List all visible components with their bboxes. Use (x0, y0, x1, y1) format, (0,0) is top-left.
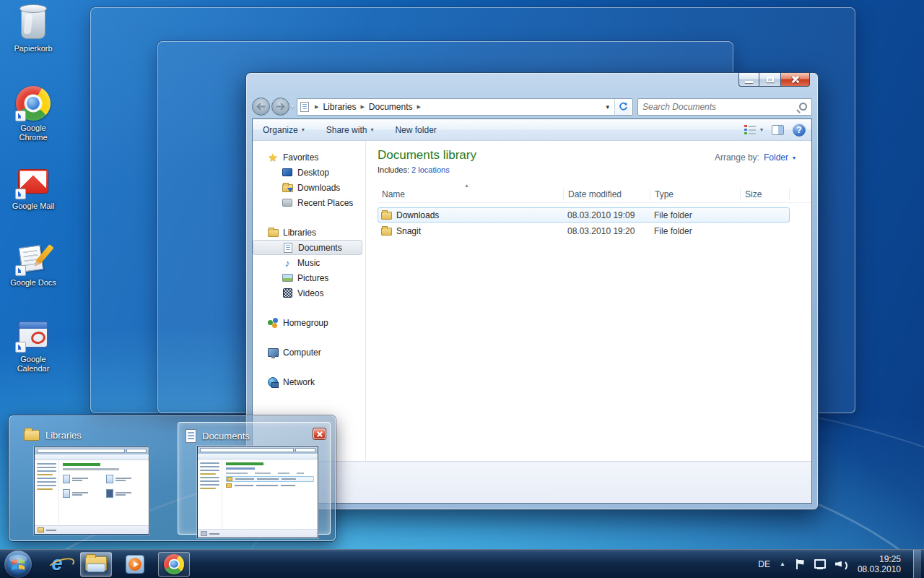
desktop-icon-label: Google Docs (10, 278, 56, 288)
taskbar-clock[interactable]: 19:25 08.03.2010 (858, 554, 901, 574)
desktop-icon-google-mail[interactable]: Google Mail (0, 163, 66, 211)
thumbnail-title: Libraries (45, 430, 82, 441)
views-icon (744, 125, 757, 135)
desktop-icon-label: Google Calendar (12, 355, 54, 374)
shortcut-arrow-icon (15, 342, 26, 353)
file-row-downloads[interactable]: Downloads 08.03.2010 19:09 File folder (378, 207, 790, 223)
desktop-icon (282, 168, 292, 176)
clock-date: 08.03.2010 (858, 564, 901, 574)
taskbar-thumbnail-panel: Libraries (9, 415, 336, 541)
homegroup-icon (268, 318, 279, 328)
column-type[interactable]: Type (650, 189, 741, 200)
chevron-down-icon: ▾ (370, 126, 373, 133)
computer-icon (268, 348, 279, 357)
sidebar-item-libraries[interactable]: Libraries (253, 225, 365, 240)
music-icon: ♪ (285, 257, 290, 269)
file-row-snagit[interactable]: Snagit 08.03.2010 19:20 File folder (378, 223, 790, 238)
network-status-icon[interactable] (814, 559, 826, 569)
thumbnail-libraries[interactable]: Libraries (17, 422, 165, 535)
thumbnail-documents[interactable]: Documents (178, 422, 331, 535)
shortcut-arrow-icon (15, 111, 26, 121)
desktop-icon-label: Google Chrome (13, 124, 53, 142)
taskbar-item-windows-explorer[interactable] (80, 552, 112, 577)
column-size[interactable]: Size (741, 189, 790, 200)
action-center-flag-icon[interactable] (795, 559, 805, 569)
share-with-menu[interactable]: Share with▾ (326, 125, 374, 135)
column-name[interactable]: Name ▲ (378, 189, 564, 200)
help-button[interactable]: ? (793, 124, 806, 137)
windows-explorer-icon (85, 556, 107, 572)
column-headers: Name ▲ Date modified Type Size (378, 186, 811, 203)
desktop-icon-recycle-bin[interactable]: Papierkorb (0, 6, 66, 53)
desktop-icon-google-chrome[interactable]: Google Chrome (0, 85, 66, 142)
back-button[interactable] (252, 98, 270, 116)
start-button[interactable] (4, 551, 32, 578)
taskbar-item-google-chrome[interactable] (158, 552, 190, 577)
sidebar-item-recent-places[interactable]: Recent Places (253, 195, 365, 210)
desktop-icon-google-calendar[interactable]: Google Calendar (0, 316, 66, 374)
window-titlebar[interactable] (246, 73, 818, 95)
taskbar-item-internet-explorer[interactable]: e (41, 552, 73, 577)
thumbnail-close-button[interactable] (313, 428, 326, 439)
sidebar-item-computer[interactable]: Computer (253, 345, 365, 360)
forward-button[interactable] (271, 98, 289, 116)
desktop-icon-label: Google Mail (12, 202, 55, 211)
sidebar-item-homegroup[interactable]: Homegroup (253, 315, 365, 330)
maximize-button[interactable] (759, 73, 780, 87)
show-desktop-button[interactable] (913, 550, 921, 578)
chevron-down-icon: ▾ (302, 126, 305, 133)
internet-explorer-icon: e (51, 553, 62, 575)
breadcrumb-documents[interactable]: Documents (369, 102, 413, 112)
address-bar[interactable]: ▶ Libraries ▶ Documents ▶ ▾ (297, 98, 633, 116)
sidebar-item-videos[interactable]: Videos (253, 285, 365, 301)
sidebar-item-network[interactable]: Network (253, 374, 365, 389)
tray-expand-icon[interactable]: ▲ (780, 561, 785, 567)
desktop: Papierkorb Google Chrome Google Mail Goo… (0, 0, 924, 578)
libraries-window-preview (34, 447, 149, 535)
desktop-icon-google-docs[interactable]: Google Docs (0, 240, 66, 288)
change-view-button[interactable]: ▾ (744, 125, 763, 135)
desktop-icon-label: Papierkorb (14, 44, 52, 53)
volume-icon[interactable] (835, 558, 848, 570)
sidebar-item-favorites[interactable]: ★ Favorites (253, 150, 365, 165)
windows-media-player-icon (126, 555, 144, 574)
sidebar-item-desktop[interactable]: Desktop (253, 165, 365, 180)
details-pane (253, 461, 811, 503)
libraries-icon (268, 229, 279, 237)
column-date-modified[interactable]: Date modified (564, 189, 650, 200)
shortcut-arrow-icon (15, 265, 26, 276)
folder-icon (381, 212, 392, 220)
sort-ascending-icon: ▲ (464, 180, 469, 191)
breadcrumb-arrow-icon: ▶ (310, 104, 323, 110)
sidebar-item-downloads[interactable]: Downloads (253, 180, 365, 195)
search-icon[interactable] (799, 103, 807, 111)
recent-pages-dropdown[interactable]: ▾ (291, 103, 294, 110)
breadcrumb-libraries[interactable]: Libraries (323, 102, 356, 112)
sidebar-item-documents[interactable]: Documents (253, 240, 362, 255)
documents-window-preview (197, 446, 318, 538)
address-dropdown-icon[interactable]: ▾ (601, 103, 614, 111)
arrange-by[interactable]: Arrange by: Folder ▾ (715, 152, 796, 163)
breadcrumb-arrow-icon: ▶ (413, 104, 425, 110)
language-indicator[interactable]: DE (758, 559, 770, 569)
chevron-down-icon: ▾ (793, 155, 796, 161)
close-button[interactable] (780, 73, 810, 87)
refresh-button[interactable] (614, 99, 631, 115)
search-input[interactable] (642, 102, 799, 112)
locations-link[interactable]: 2 locations (411, 165, 450, 174)
new-folder-button[interactable]: New folder (395, 125, 436, 135)
search-box[interactable] (637, 98, 812, 116)
organize-menu[interactable]: Organize▾ (263, 125, 305, 135)
navigation-row: ▾ ▶ Libraries ▶ Documents ▶ ▾ (252, 95, 812, 118)
location-icon (300, 102, 309, 112)
sidebar-item-pictures[interactable]: Pictures (253, 270, 365, 285)
folder-icon (381, 228, 392, 236)
preview-pane-button[interactable] (772, 125, 784, 135)
star-icon: ★ (268, 151, 277, 164)
documents-icon (284, 243, 292, 253)
sidebar-item-music[interactable]: ♪ Music (253, 255, 365, 270)
network-icon (268, 377, 278, 387)
minimize-button[interactable] (738, 73, 759, 87)
taskbar-item-media-player[interactable] (119, 552, 151, 577)
system-tray: DE ▲ 19:25 08.03.2010 (758, 550, 924, 578)
